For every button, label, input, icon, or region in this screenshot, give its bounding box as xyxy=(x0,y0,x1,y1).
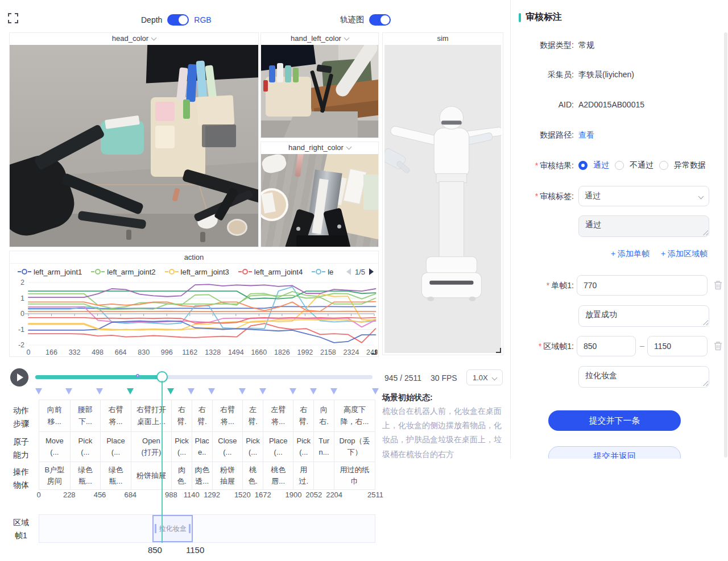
radio-fail[interactable] xyxy=(615,161,624,170)
region-left-handle[interactable] xyxy=(155,524,156,533)
step-cell-step[interactable]: 左臂 将... xyxy=(263,400,293,431)
step-cell-skill[interactable]: Pick (... xyxy=(293,431,313,462)
resize-handle-icon[interactable] xyxy=(496,348,501,353)
frame-axis-label: 228 xyxy=(63,491,76,499)
depth-rgb-toggle[interactable] xyxy=(167,14,189,26)
frame-axis-label: 2204 xyxy=(326,491,342,499)
step-cell-object[interactable] xyxy=(314,462,334,489)
review-tag-select[interactable]: 通过 xyxy=(578,186,709,206)
region-frame-box[interactable]: 拉化妆盒 xyxy=(152,515,193,542)
svg-text:2: 2 xyxy=(20,279,24,286)
step-cell-object[interactable]: 用 过. xyxy=(293,462,313,489)
scrollbar[interactable] xyxy=(724,32,727,458)
region-end-input[interactable] xyxy=(647,336,708,356)
svg-text:1328: 1328 xyxy=(205,348,221,356)
playback-slider[interactable] xyxy=(35,375,373,379)
step-cell-object[interactable]: 绿色 瓶... xyxy=(71,462,101,489)
step-cell-skill[interactable]: Drop（丢 下） xyxy=(334,431,375,462)
step-cell-object[interactable]: 桃色 唇... xyxy=(263,462,293,489)
step-cell-step[interactable]: 向 右. xyxy=(314,400,334,431)
step-boundary-marker[interactable] xyxy=(289,388,296,394)
step-cell-step[interactable]: 向前 移... xyxy=(39,400,70,431)
chevron-down-icon xyxy=(151,35,157,41)
step-boundary-marker[interactable] xyxy=(65,388,72,394)
legend-item-left_arm_joint4[interactable]: left_arm_joint4 xyxy=(238,268,303,276)
single-frame-desc[interactable]: 放置成功 xyxy=(578,305,709,327)
step-cell-skill[interactable]: Place (... xyxy=(263,431,293,462)
step-boundary-marker[interactable] xyxy=(35,388,42,394)
radio-fail-label[interactable]: 不通过 xyxy=(630,160,653,171)
trash-icon[interactable] xyxy=(714,341,722,352)
legend-item-le[interactable]: le xyxy=(312,268,333,276)
radio-pass[interactable] xyxy=(578,161,588,170)
step-cell-object[interactable]: B户型 房间 xyxy=(39,462,70,489)
step-cell-skill[interactable]: Tur n... xyxy=(314,431,334,462)
trajectory-toggle[interactable] xyxy=(369,14,391,26)
step-cell-object[interactable]: 用过的纸 巾 xyxy=(334,462,375,489)
step-boundary-marker[interactable] xyxy=(96,388,103,394)
step-boundary-marker[interactable] xyxy=(259,388,266,394)
resize-handle-icon[interactable] xyxy=(371,350,377,355)
step-cell-step[interactable]: 右臂 将... xyxy=(213,400,243,431)
radio-abnormal-label[interactable]: 异常数据 xyxy=(674,160,706,171)
step-boundary-marker[interactable] xyxy=(330,388,337,394)
step-cell-step[interactable]: 高度下 降，右... xyxy=(334,400,375,431)
speed-select[interactable]: 1.0X xyxy=(466,369,503,385)
step-cell-object[interactable]: 绿色 瓶... xyxy=(101,462,131,489)
play-button[interactable] xyxy=(10,368,28,387)
add-single-frame-link[interactable]: + 添加单帧 xyxy=(611,249,650,258)
legend-series-icon xyxy=(165,268,179,275)
step-boundary-marker[interactable] xyxy=(239,388,246,394)
step-boundary-marker[interactable] xyxy=(167,388,174,394)
radio-pass-label[interactable]: 通过 xyxy=(593,160,609,171)
joint-trajectory-chart[interactable]: 210-1-2016633249866483099611621328149416… xyxy=(10,277,378,357)
step-cell-skill[interactable]: Pick (... xyxy=(172,431,192,462)
region-frame-track[interactable] xyxy=(39,514,375,543)
step-cell-object[interactable]: 粉饼 抽屉 xyxy=(213,462,243,489)
step-cell-object[interactable]: 肉色 透... xyxy=(192,462,212,489)
step-cell-step[interactable]: 右 臂. xyxy=(192,400,212,431)
step-cell-step[interactable]: 右 臂. xyxy=(293,400,313,431)
step-cell-step[interactable]: 左 臂. xyxy=(243,400,263,431)
region-frame-desc[interactable]: 拉化妆盒 xyxy=(578,366,709,388)
head-camera-select[interactable]: head_color xyxy=(10,33,258,45)
legend-item-left_arm_joint3[interactable]: left_arm_joint3 xyxy=(165,268,229,276)
data-path-view-link[interactable]: 查看 xyxy=(578,130,594,140)
submit-back-button[interactable]: 提交并返回 xyxy=(548,446,681,459)
step-cell-skill[interactable]: Close (... xyxy=(213,431,243,462)
step-boundary-marker[interactable] xyxy=(372,388,379,394)
region-start-input[interactable] xyxy=(577,336,636,356)
step-cell-skill[interactable]: Place (... xyxy=(101,431,131,462)
step-cell-skill[interactable]: Open (打开) xyxy=(131,431,171,462)
step-cell-step[interactable]: 右 臂. xyxy=(172,400,192,431)
step-boundary-marker[interactable] xyxy=(188,388,195,394)
legend-next-icon[interactable] xyxy=(369,268,374,275)
legend-prev-icon[interactable] xyxy=(346,268,351,275)
step-cell-skill[interactable]: Plac e.. xyxy=(192,431,212,462)
step-cell-skill[interactable]: Pick (... xyxy=(71,431,101,462)
single-frame-input[interactable] xyxy=(577,275,708,296)
review-tag-note[interactable]: 通过 xyxy=(578,215,709,237)
step-cell-skill[interactable]: Pick (... xyxy=(243,431,263,462)
step-cell-step[interactable]: 右臂打开 桌面上... xyxy=(131,400,171,431)
submit-next-button[interactable]: 提交并下一条 xyxy=(548,410,681,431)
step-cell-object[interactable]: 肉 色. xyxy=(172,462,192,489)
svg-text:166: 166 xyxy=(46,348,57,356)
add-region-frame-link[interactable]: + 添加区域帧 xyxy=(661,249,708,258)
step-cell-skill[interactable]: Move (... xyxy=(39,431,70,462)
hand-left-camera-select[interactable]: hand_left_color xyxy=(261,33,378,45)
region-right-handle[interactable] xyxy=(189,524,191,533)
step-boundary-marker[interactable] xyxy=(208,388,215,394)
legend-item-left_arm_joint1[interactable]: left_arm_joint1 xyxy=(18,268,82,276)
step-cell-step[interactable]: 右臂 将... xyxy=(101,400,131,431)
step-cell-object[interactable]: 粉饼抽屉 xyxy=(131,462,171,489)
radio-abnormal[interactable] xyxy=(659,161,668,170)
step-boundary-marker[interactable] xyxy=(127,388,134,394)
legend-item-left_arm_joint2[interactable]: left_arm_joint2 xyxy=(91,268,155,276)
hand-right-camera-select[interactable]: hand_right_color xyxy=(261,142,378,154)
step-cell-step[interactable]: 腰部 下... xyxy=(71,400,101,431)
trash-icon[interactable] xyxy=(714,280,722,292)
step-boundary-marker[interactable] xyxy=(310,388,317,394)
fullscreen-icon[interactable] xyxy=(7,13,19,24)
step-cell-object[interactable]: 桃 色. xyxy=(243,462,263,489)
